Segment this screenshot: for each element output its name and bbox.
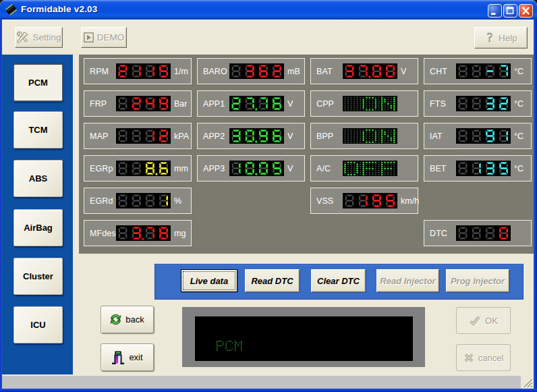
gauge-led-display [116,193,171,208]
gauge-label: APP2 [203,123,225,148]
gauge-led-display [116,128,171,144]
gauge-fts: FTS°C [424,90,532,117]
gauge-unit: mm [174,156,188,181]
prog-injector-button[interactable]: Prog Injector [446,269,509,292]
sidebar-item-label: TCM [28,125,47,135]
gauge-unit: V [401,59,406,84]
gauge-unit: °C [514,123,524,148]
live-data-button[interactable]: Live data [181,269,237,292]
gauge-led-display [229,128,284,144]
gauge-app3: APP3V [197,155,305,181]
clear-dtc-button[interactable]: Clear DTC [311,269,366,292]
question-icon: ? [484,31,495,45]
gauge-cpp: CPP [310,90,418,117]
gauge-label: VSS [316,188,333,213]
gauge-label: CPP [316,91,334,116]
gauge-label: BPP [316,123,333,148]
minimize-icon [488,5,501,17]
setting-label: Setting [32,32,61,43]
gauge-label: DTC [430,221,447,246]
sidebar-item-label: ABS [29,173,47,184]
maximize-icon [504,5,517,17]
gauge-bat: BATV [310,58,418,84]
gauge-label: RPM [90,59,109,84]
gauge-label: CHT [430,59,447,84]
gauge-label: FRP [90,91,107,116]
sidebar-item-pcm[interactable]: PCM [13,64,63,101]
gauge-vss: VSSkm/h [310,188,418,214]
gauge-unit: km/h [401,188,419,213]
gauge-led-display [116,63,171,79]
sidebar-item-cluster[interactable]: Cluster [13,258,63,295]
gauge-label: EGRp [90,156,113,181]
resize-grip[interactable] [521,376,534,389]
close-icon [519,5,532,17]
sidebar-item-label: Cluster [23,271,53,281]
tools-icon [16,31,29,44]
check-icon [469,315,481,326]
sidebar-item-label: ICU [30,320,45,330]
play-icon [84,32,94,43]
window-border-right [534,20,537,392]
sidebar-item-icu[interactable]: ICU [13,306,63,343]
sidebar-item-label: AirBag [24,223,53,233]
gauge-app1: APP1V [197,90,305,117]
gauge-ac: A/C [310,155,418,181]
x-icon [463,352,474,363]
read-dtc-button[interactable]: Read DTC [245,269,300,292]
gauge-label: FTS [430,91,446,116]
gauge-app2: APP2V [197,123,305,149]
back-button[interactable]: back [101,306,154,333]
gauge-led-display [456,225,511,241]
cancel-button[interactable]: cancel [456,344,511,371]
gauge-bpp: BPP [310,123,418,149]
minimize-button[interactable] [488,4,502,18]
resize-grip-icon [521,376,534,389]
gauge-led-display [229,161,284,176]
ok-button[interactable]: OK [456,307,511,334]
close-button[interactable] [519,4,533,18]
gauge-label: BARO [203,59,227,84]
command-label: Read Injector [380,276,435,286]
gauge-unit: °C [514,59,524,84]
gauge-bet: BET°C [424,155,532,181]
command-label: Prog Injector [451,276,505,286]
gauge-unit: mB [287,59,300,84]
gauge-unit: °C [514,156,524,181]
sidebar-item-airbag[interactable]: AirBag [13,209,63,246]
toolbar: Setting DEMO ? Help [2,20,534,55]
message-display [195,316,413,361]
titlebar[interactable]: Formidable v2.03 [0,0,537,20]
sidebar-item-abs[interactable]: ABS [13,160,63,197]
app-chip-icon [5,3,18,16]
exit-door-icon [111,351,125,364]
read-injector-button[interactable]: Read Injector [376,269,439,292]
gauge-led-display [343,96,397,111]
demo-button[interactable]: DEMO [81,27,127,48]
gauge-dtc: DTC [424,220,532,246]
gauge-label: MFdes [90,221,116,246]
help-label: Help [499,33,517,43]
gauge-led-display [343,128,397,144]
maximize-button[interactable] [503,4,517,18]
back-label: back [125,314,144,325]
app-window: Formidable v2.03 Setting DEMO ? Help PCM… [0,0,537,392]
gauge-led-display [456,63,511,79]
gauge-unit: % [174,188,181,213]
setting-button[interactable]: Setting [15,27,63,48]
sidebar-item-tcm[interactable]: TCM [13,111,63,148]
cancel-label: cancel [478,353,504,363]
gauge-label: APP1 [203,91,225,116]
gauge-unit: 1/m [174,59,188,84]
refresh-icon [110,314,121,325]
exit-button[interactable]: exit [101,343,154,371]
gauge-label: MAP [90,123,108,148]
gauge-rpm: RPM1/m [84,58,192,84]
gauge-egrd: EGRd% [84,188,192,214]
gauge-map: MAPkPA [84,123,192,149]
window-title: Formidable v2.03 [21,4,98,14]
gauge-unit: kPA [174,123,189,148]
help-button[interactable]: ? Help [474,27,528,49]
gauge-led-display [343,193,397,208]
gauge-iat: IAT°C [424,123,532,149]
